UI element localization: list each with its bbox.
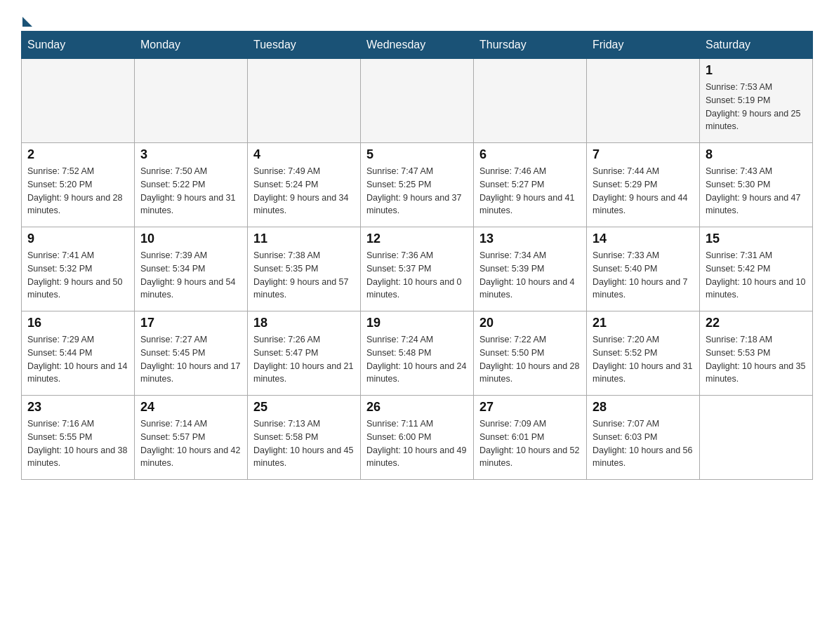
calendar-cell: 8Sunrise: 7:43 AM Sunset: 5:30 PM Daylig… (700, 143, 813, 227)
day-info: Sunrise: 7:13 AM Sunset: 5:58 PM Dayligh… (253, 417, 355, 470)
day-number: 11 (253, 232, 355, 246)
calendar-cell: 19Sunrise: 7:24 AM Sunset: 5:48 PM Dayli… (361, 311, 474, 396)
day-number: 23 (27, 400, 128, 415)
calendar-week-row: 1Sunrise: 7:53 AM Sunset: 5:19 PM Daylig… (22, 59, 813, 143)
calendar-cell: 7Sunrise: 7:44 AM Sunset: 5:29 PM Daylig… (587, 143, 700, 227)
logo (21, 14, 32, 24)
day-number: 21 (593, 316, 694, 330)
day-number: 22 (706, 316, 807, 330)
calendar-cell: 20Sunrise: 7:22 AM Sunset: 5:50 PM Dayli… (474, 311, 587, 396)
day-info: Sunrise: 7:26 AM Sunset: 5:47 PM Dayligh… (253, 333, 355, 386)
calendar-cell: 21Sunrise: 7:20 AM Sunset: 5:52 PM Dayli… (587, 311, 700, 396)
day-number: 2 (27, 147, 128, 162)
day-info: Sunrise: 7:18 AM Sunset: 5:53 PM Dayligh… (706, 333, 807, 386)
calendar-cell (587, 59, 700, 143)
calendar-week-row: 23Sunrise: 7:16 AM Sunset: 5:55 PM Dayli… (22, 396, 813, 480)
day-number: 4 (253, 147, 355, 162)
calendar-cell: 10Sunrise: 7:39 AM Sunset: 5:34 PM Dayli… (135, 227, 248, 311)
calendar-week-row: 2Sunrise: 7:52 AM Sunset: 5:20 PM Daylig… (22, 143, 813, 227)
calendar-cell (248, 59, 361, 143)
day-info: Sunrise: 7:38 AM Sunset: 5:35 PM Dayligh… (253, 249, 355, 302)
calendar-week-row: 16Sunrise: 7:29 AM Sunset: 5:44 PM Dayli… (22, 311, 813, 396)
day-info: Sunrise: 7:36 AM Sunset: 5:37 PM Dayligh… (366, 249, 468, 302)
calendar-cell (22, 59, 135, 143)
calendar-cell (361, 59, 474, 143)
day-info: Sunrise: 7:09 AM Sunset: 6:01 PM Dayligh… (479, 417, 581, 470)
calendar-cell: 23Sunrise: 7:16 AM Sunset: 5:55 PM Dayli… (22, 396, 135, 480)
calendar-week-row: 9Sunrise: 7:41 AM Sunset: 5:32 PM Daylig… (22, 227, 813, 311)
day-number: 1 (706, 63, 807, 78)
calendar-cell: 9Sunrise: 7:41 AM Sunset: 5:32 PM Daylig… (22, 227, 135, 311)
day-number: 24 (140, 400, 241, 415)
day-number: 10 (140, 232, 241, 246)
calendar-cell: 15Sunrise: 7:31 AM Sunset: 5:42 PM Dayli… (700, 227, 813, 311)
day-number: 5 (366, 147, 468, 162)
weekday-header-sunday: Sunday (22, 32, 135, 59)
logo-arrow-icon (22, 17, 32, 27)
day-info: Sunrise: 7:27 AM Sunset: 5:45 PM Dayligh… (140, 333, 241, 386)
calendar-cell: 2Sunrise: 7:52 AM Sunset: 5:20 PM Daylig… (22, 143, 135, 227)
calendar-cell: 1Sunrise: 7:53 AM Sunset: 5:19 PM Daylig… (700, 59, 813, 143)
day-info: Sunrise: 7:24 AM Sunset: 5:48 PM Dayligh… (366, 333, 468, 386)
day-number: 20 (479, 316, 581, 330)
day-info: Sunrise: 7:50 AM Sunset: 5:22 PM Dayligh… (140, 165, 241, 217)
day-info: Sunrise: 7:44 AM Sunset: 5:29 PM Dayligh… (593, 165, 694, 217)
day-info: Sunrise: 7:14 AM Sunset: 5:57 PM Dayligh… (140, 417, 241, 470)
calendar-cell: 27Sunrise: 7:09 AM Sunset: 6:01 PM Dayli… (474, 396, 587, 480)
calendar-cell: 13Sunrise: 7:34 AM Sunset: 5:39 PM Dayli… (474, 227, 587, 311)
day-number: 26 (366, 400, 468, 415)
calendar-cell: 28Sunrise: 7:07 AM Sunset: 6:03 PM Dayli… (587, 396, 700, 480)
day-number: 6 (479, 147, 581, 162)
calendar-cell: 11Sunrise: 7:38 AM Sunset: 5:35 PM Dayli… (248, 227, 361, 311)
calendar-cell: 24Sunrise: 7:14 AM Sunset: 5:57 PM Dayli… (135, 396, 248, 480)
day-number: 8 (706, 147, 807, 162)
calendar-cell: 6Sunrise: 7:46 AM Sunset: 5:27 PM Daylig… (474, 143, 587, 227)
day-info: Sunrise: 7:46 AM Sunset: 5:27 PM Dayligh… (479, 165, 581, 217)
calendar-cell (700, 396, 813, 480)
calendar-cell: 17Sunrise: 7:27 AM Sunset: 5:45 PM Dayli… (135, 311, 248, 396)
day-number: 19 (366, 316, 468, 330)
day-number: 17 (140, 316, 241, 330)
day-number: 12 (366, 232, 468, 246)
day-number: 14 (593, 232, 694, 246)
day-info: Sunrise: 7:20 AM Sunset: 5:52 PM Dayligh… (593, 333, 694, 386)
weekday-header-row: SundayMondayTuesdayWednesdayThursdayFrid… (22, 32, 813, 59)
weekday-header-friday: Friday (587, 32, 700, 59)
day-info: Sunrise: 7:52 AM Sunset: 5:20 PM Dayligh… (27, 165, 128, 217)
day-info: Sunrise: 7:34 AM Sunset: 5:39 PM Dayligh… (479, 249, 581, 302)
weekday-header-wednesday: Wednesday (361, 32, 474, 59)
day-number: 28 (593, 400, 694, 415)
day-number: 3 (140, 147, 241, 162)
day-number: 27 (479, 400, 581, 415)
day-info: Sunrise: 7:16 AM Sunset: 5:55 PM Dayligh… (27, 417, 128, 470)
day-number: 7 (593, 147, 694, 162)
page-header (21, 14, 813, 24)
day-number: 9 (27, 232, 128, 246)
day-info: Sunrise: 7:29 AM Sunset: 5:44 PM Dayligh… (27, 333, 128, 386)
calendar-table: SundayMondayTuesdayWednesdayThursdayFrid… (21, 31, 813, 480)
day-number: 16 (27, 316, 128, 330)
day-info: Sunrise: 7:43 AM Sunset: 5:30 PM Dayligh… (706, 165, 807, 217)
day-info: Sunrise: 7:39 AM Sunset: 5:34 PM Dayligh… (140, 249, 241, 302)
weekday-header-saturday: Saturday (700, 32, 813, 59)
calendar-cell: 16Sunrise: 7:29 AM Sunset: 5:44 PM Dayli… (22, 311, 135, 396)
calendar-cell (474, 59, 587, 143)
day-info: Sunrise: 7:49 AM Sunset: 5:24 PM Dayligh… (253, 165, 355, 217)
day-number: 25 (253, 400, 355, 415)
calendar-cell: 5Sunrise: 7:47 AM Sunset: 5:25 PM Daylig… (361, 143, 474, 227)
day-number: 18 (253, 316, 355, 330)
day-info: Sunrise: 7:07 AM Sunset: 6:03 PM Dayligh… (593, 417, 694, 470)
calendar-cell: 3Sunrise: 7:50 AM Sunset: 5:22 PM Daylig… (135, 143, 248, 227)
day-number: 15 (706, 232, 807, 246)
day-info: Sunrise: 7:31 AM Sunset: 5:42 PM Dayligh… (706, 249, 807, 302)
day-info: Sunrise: 7:33 AM Sunset: 5:40 PM Dayligh… (593, 249, 694, 302)
day-number: 13 (479, 232, 581, 246)
calendar-cell: 18Sunrise: 7:26 AM Sunset: 5:47 PM Dayli… (248, 311, 361, 396)
weekday-header-monday: Monday (135, 32, 248, 59)
weekday-header-tuesday: Tuesday (248, 32, 361, 59)
day-info: Sunrise: 7:53 AM Sunset: 5:19 PM Dayligh… (706, 81, 807, 133)
calendar-cell: 25Sunrise: 7:13 AM Sunset: 5:58 PM Dayli… (248, 396, 361, 480)
calendar-cell: 14Sunrise: 7:33 AM Sunset: 5:40 PM Dayli… (587, 227, 700, 311)
calendar-cell (135, 59, 248, 143)
calendar-cell: 22Sunrise: 7:18 AM Sunset: 5:53 PM Dayli… (700, 311, 813, 396)
